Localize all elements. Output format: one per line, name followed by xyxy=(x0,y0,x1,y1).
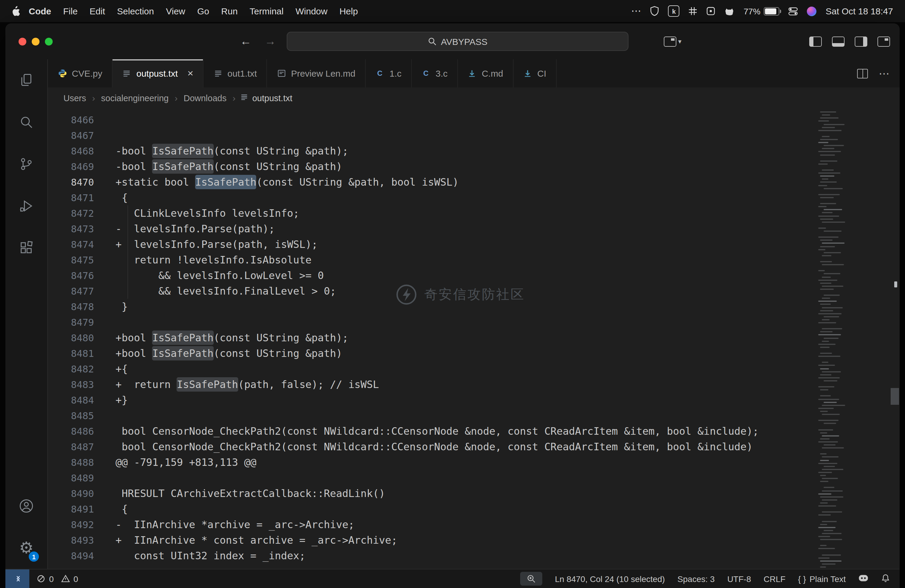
code-line-8481[interactable]: 8481+bool IsSafePath(const UString &path… xyxy=(48,345,900,361)
code-line-8475[interactable]: 8475 return !levelsInfo.IsAbsolute xyxy=(48,252,900,268)
menu-item-file[interactable]: File xyxy=(57,6,84,16)
remote-indicator[interactable] xyxy=(5,569,29,588)
menu-item-view[interactable]: View xyxy=(160,6,192,16)
tab-ci[interactable]: CI xyxy=(513,59,556,87)
code-line-8482[interactable]: 8482+{ xyxy=(48,361,900,377)
more-actions-icon[interactable]: ⋯ xyxy=(879,67,890,80)
settings-button[interactable]: ⚙ 1 xyxy=(5,527,47,569)
apple-icon[interactable] xyxy=(11,6,21,16)
tab-cve-py[interactable]: CVE.py xyxy=(48,59,113,87)
tab-preview-len-md[interactable]: Preview Len.md xyxy=(267,59,365,87)
copilot-button[interactable] xyxy=(858,573,868,584)
toggle-panel-icon[interactable] xyxy=(832,36,845,46)
toggle-secondary-sidebar-icon[interactable] xyxy=(855,36,867,46)
code-line-8478[interactable]: 8478 } xyxy=(48,299,900,315)
tab-out1-txt[interactable]: out1.txt xyxy=(203,59,267,87)
forward-button[interactable]: → xyxy=(265,35,276,48)
animal-icon[interactable] xyxy=(724,7,735,15)
siri-icon[interactable] xyxy=(807,6,817,16)
errors-icon xyxy=(37,574,46,583)
code-line-8490[interactable]: 8490 HRESULT CArchiveExtractCallback::Re… xyxy=(48,486,900,501)
menu-item-go[interactable]: Go xyxy=(191,6,215,16)
menu-clock[interactable]: Sat Oct 18 18:47 xyxy=(826,6,893,16)
menu-item-window[interactable]: Window xyxy=(289,6,333,16)
menu-item-terminal[interactable]: Terminal xyxy=(244,6,289,16)
sidebar-item-extensions[interactable] xyxy=(5,227,47,269)
battery-indicator[interactable]: 77% xyxy=(744,6,780,16)
code-line-8494[interactable]: 8494 const UInt32 index = _index; xyxy=(48,548,900,563)
code-line-8476[interactable]: 8476 && levelsInfo.LowLevel >= 0 xyxy=(48,268,900,283)
box-icon[interactable] xyxy=(707,6,716,16)
code-line-8493[interactable]: 8493+ IInArchive * const archive = _arc-… xyxy=(48,532,900,548)
tab-c-md[interactable]: C.md xyxy=(458,59,514,87)
eol-setting[interactable]: CRLF xyxy=(764,574,785,583)
zoom-indicator[interactable] xyxy=(520,572,542,586)
code-line-8467[interactable]: 8467 xyxy=(48,127,900,143)
code-line-8484[interactable]: 8484+} xyxy=(48,392,900,408)
scrollbar-thumb[interactable] xyxy=(894,281,897,288)
shield-icon[interactable] xyxy=(650,6,659,16)
menu-item-help[interactable]: Help xyxy=(333,6,364,16)
tab-3-c[interactable]: C3.c xyxy=(412,59,458,87)
breadcrumb-file[interactable]: outpust.txt xyxy=(240,93,292,103)
menu-app-name[interactable]: Code xyxy=(23,6,57,16)
encoding-setting[interactable]: UTF-8 xyxy=(727,574,751,583)
breadcrumb-item[interactable]: socialengineering xyxy=(100,93,170,103)
code-line-8470[interactable]: 8470+static bool IsSafePath(const UStrin… xyxy=(48,174,900,190)
code-line-8479[interactable]: 8479 xyxy=(48,315,900,330)
code-line-8469[interactable]: 8469-bool IsSafePath(const UString &path… xyxy=(48,159,900,174)
notifications-button[interactable] xyxy=(881,573,890,584)
grid-icon[interactable] xyxy=(689,6,698,16)
code-line-8472[interactable]: 8472 CLinkLevelsInfo levelsInfo; xyxy=(48,205,900,221)
menu-item-run[interactable]: Run xyxy=(215,6,244,16)
code-line-8465[interactable]: 8465 xyxy=(48,108,900,112)
sidebar-item-search[interactable] xyxy=(5,101,47,143)
back-button[interactable]: ← xyxy=(240,35,251,48)
menu-item-edit[interactable]: Edit xyxy=(84,6,111,16)
close-window-button[interactable] xyxy=(19,38,26,46)
code-line-8485[interactable]: 8485 xyxy=(48,408,900,423)
chevron-right-icon: › xyxy=(233,93,235,103)
toggle-primary-sidebar-icon[interactable] xyxy=(809,36,822,46)
cursor-position[interactable]: Ln 8470, Col 24 (10 selected) xyxy=(555,574,665,583)
tab-1-c[interactable]: C1.c xyxy=(366,59,412,87)
split-editor-icon[interactable] xyxy=(857,68,868,78)
code-line-8471[interactable]: 8471 { xyxy=(48,190,900,205)
keka-icon[interactable]: k xyxy=(668,5,680,17)
accounts-button[interactable] xyxy=(5,485,47,527)
close-icon[interactable]: × xyxy=(187,68,193,78)
code-line-8488[interactable]: 8488@@ -791,159 +813,113 @@ xyxy=(48,455,900,470)
code-line-8468[interactable]: 8468-bool IsSafePath(const UString &path… xyxy=(48,143,900,159)
more-icon[interactable]: ⋯ xyxy=(631,5,641,17)
zoom-window-button[interactable] xyxy=(45,38,53,46)
problems-indicator[interactable]: 0 0 xyxy=(29,574,78,583)
sidebar-item-source-control[interactable] xyxy=(5,143,47,185)
menu-item-selection[interactable]: Selection xyxy=(111,6,160,16)
editor[interactable]: 8465846684678468-bool IsSafePath(const U… xyxy=(48,108,900,569)
code-line-8480[interactable]: 8480+bool IsSafePath(const UString &path… xyxy=(48,330,900,345)
code-line-8483[interactable]: 8483+ return IsSafePath(path, false); //… xyxy=(48,377,900,392)
command-center[interactable]: AVBYPASS xyxy=(287,32,629,51)
layout-control[interactable]: ▾ xyxy=(664,23,681,59)
breadcrumb-item[interactable]: Downloads xyxy=(182,93,228,103)
code-line-8486[interactable]: 8486 bool CensorNode_CheckPath2(const NW… xyxy=(48,423,900,439)
line-content: +bool IsSafePath(const UString &path) xyxy=(94,347,342,359)
code-line-8489[interactable]: 8489 xyxy=(48,470,900,486)
customize-layout-icon[interactable] xyxy=(878,36,890,46)
indentation-setting[interactable]: Spaces: 3 xyxy=(678,574,715,583)
minimize-window-button[interactable] xyxy=(32,38,40,46)
code-line-8474[interactable]: 8474+ levelsInfo.Parse(path, isWSL); xyxy=(48,237,900,252)
sidebar-item-run-debug[interactable] xyxy=(5,185,47,227)
sidebar-item-explorer[interactable] xyxy=(5,59,47,101)
control-center-icon[interactable] xyxy=(789,6,798,16)
code-line-8477[interactable]: 8477 && levelsInfo.FinalLevel > 0; xyxy=(48,283,900,299)
breadcrumb-item[interactable]: Users xyxy=(62,93,87,103)
code-line-8487[interactable]: 8487 bool CensorNode_CheckPath2(const NW… xyxy=(48,439,900,455)
code-line-8473[interactable]: 8473- levelsInfo.Parse(path); xyxy=(48,221,900,237)
code-line-8466[interactable]: 8466 xyxy=(48,112,900,127)
language-mode[interactable]: { } Plain Text xyxy=(798,574,846,583)
code-line-8491[interactable]: 8491 { xyxy=(48,501,900,517)
minimap[interactable] xyxy=(818,108,900,569)
tab-outpust-txt[interactable]: outpust.txt× xyxy=(113,59,203,87)
code-line-8492[interactable]: 8492- IInArchive *archive = _arc->Archiv… xyxy=(48,517,900,532)
